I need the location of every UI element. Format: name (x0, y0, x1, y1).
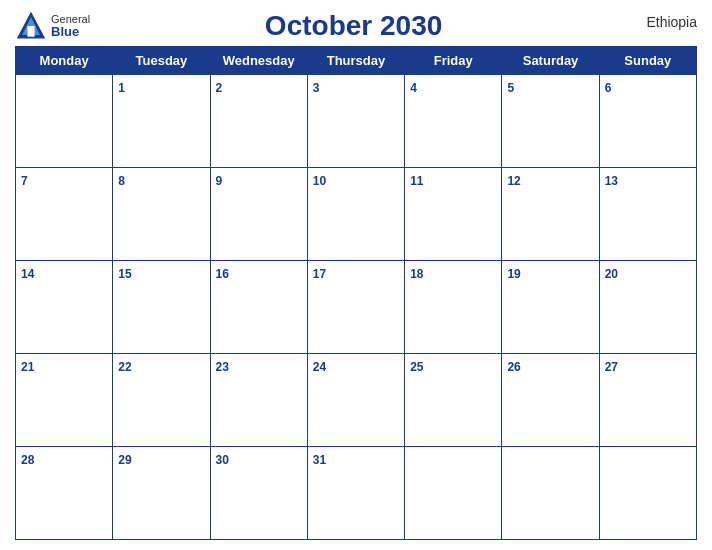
day-number: 3 (313, 81, 320, 95)
calendar-table: Monday Tuesday Wednesday Thursday Friday… (15, 46, 697, 540)
calendar-week-4: 28293031 (16, 447, 697, 540)
calendar-header: General Blue October 2030 Ethiopia (15, 10, 697, 42)
day-number: 24 (313, 360, 326, 374)
calendar-cell: 4 (405, 75, 502, 168)
day-number: 5 (507, 81, 514, 95)
calendar-body: 1234567891011121314151617181920212223242… (16, 75, 697, 540)
calendar-week-0: 123456 (16, 75, 697, 168)
day-number: 25 (410, 360, 423, 374)
header-friday: Friday (405, 47, 502, 75)
calendar-cell: 6 (599, 75, 696, 168)
logo-text: General Blue (51, 13, 90, 39)
calendar-head: Monday Tuesday Wednesday Thursday Friday… (16, 47, 697, 75)
calendar-cell: 12 (502, 168, 599, 261)
svg-rect-2 (27, 26, 34, 37)
day-number: 28 (21, 453, 34, 467)
header-saturday: Saturday (502, 47, 599, 75)
calendar-cell: 7 (16, 168, 113, 261)
calendar-cell: 13 (599, 168, 696, 261)
calendar-cell: 26 (502, 354, 599, 447)
calendar-cell: 25 (405, 354, 502, 447)
calendar-cell: 24 (307, 354, 404, 447)
day-number: 8 (118, 174, 125, 188)
calendar-cell: 3 (307, 75, 404, 168)
calendar-cell (599, 447, 696, 540)
calendar-cell: 21 (16, 354, 113, 447)
calendar-cell: 30 (210, 447, 307, 540)
day-number: 20 (605, 267, 618, 281)
title-area: October 2030 (90, 10, 617, 42)
calendar-cell: 15 (113, 261, 210, 354)
day-number: 29 (118, 453, 131, 467)
calendar-cell: 11 (405, 168, 502, 261)
calendar-week-2: 14151617181920 (16, 261, 697, 354)
calendar-cell: 27 (599, 354, 696, 447)
calendar-cell: 18 (405, 261, 502, 354)
day-number: 14 (21, 267, 34, 281)
calendar-cell: 17 (307, 261, 404, 354)
day-number: 19 (507, 267, 520, 281)
calendar-week-3: 21222324252627 (16, 354, 697, 447)
calendar-cell: 29 (113, 447, 210, 540)
calendar-cell: 28 (16, 447, 113, 540)
day-number: 13 (605, 174, 618, 188)
month-title: October 2030 (265, 10, 442, 41)
day-number: 23 (216, 360, 229, 374)
day-number: 2 (216, 81, 223, 95)
calendar-cell: 16 (210, 261, 307, 354)
header-wednesday: Wednesday (210, 47, 307, 75)
calendar-cell: 19 (502, 261, 599, 354)
day-number: 1 (118, 81, 125, 95)
header-sunday: Sunday (599, 47, 696, 75)
day-number: 15 (118, 267, 131, 281)
calendar-cell (16, 75, 113, 168)
day-number: 21 (21, 360, 34, 374)
day-number: 26 (507, 360, 520, 374)
logo: General Blue (15, 10, 90, 42)
day-number: 30 (216, 453, 229, 467)
calendar-cell: 2 (210, 75, 307, 168)
calendar-cell: 5 (502, 75, 599, 168)
calendar-cell: 10 (307, 168, 404, 261)
header-tuesday: Tuesday (113, 47, 210, 75)
day-number: 10 (313, 174, 326, 188)
header-monday: Monday (16, 47, 113, 75)
day-number: 16 (216, 267, 229, 281)
day-number: 7 (21, 174, 28, 188)
day-number: 18 (410, 267, 423, 281)
calendar-cell: 31 (307, 447, 404, 540)
calendar-cell: 8 (113, 168, 210, 261)
logo-icon (15, 10, 47, 42)
day-number: 11 (410, 174, 423, 188)
calendar-page: General Blue October 2030 Ethiopia Monda… (0, 0, 712, 550)
calendar-cell: 22 (113, 354, 210, 447)
day-number: 22 (118, 360, 131, 374)
calendar-cell: 14 (16, 261, 113, 354)
day-number: 17 (313, 267, 326, 281)
country-label: Ethiopia (617, 10, 697, 30)
calendar-cell: 9 (210, 168, 307, 261)
day-number: 4 (410, 81, 417, 95)
day-number: 27 (605, 360, 618, 374)
calendar-cell: 20 (599, 261, 696, 354)
day-number: 12 (507, 174, 520, 188)
calendar-cell: 23 (210, 354, 307, 447)
calendar-cell (405, 447, 502, 540)
logo-blue-text: Blue (51, 25, 90, 39)
day-number: 31 (313, 453, 326, 467)
calendar-week-1: 78910111213 (16, 168, 697, 261)
day-number: 6 (605, 81, 612, 95)
day-number: 9 (216, 174, 223, 188)
header-thursday: Thursday (307, 47, 404, 75)
calendar-cell (502, 447, 599, 540)
days-header-row: Monday Tuesday Wednesday Thursday Friday… (16, 47, 697, 75)
calendar-cell: 1 (113, 75, 210, 168)
